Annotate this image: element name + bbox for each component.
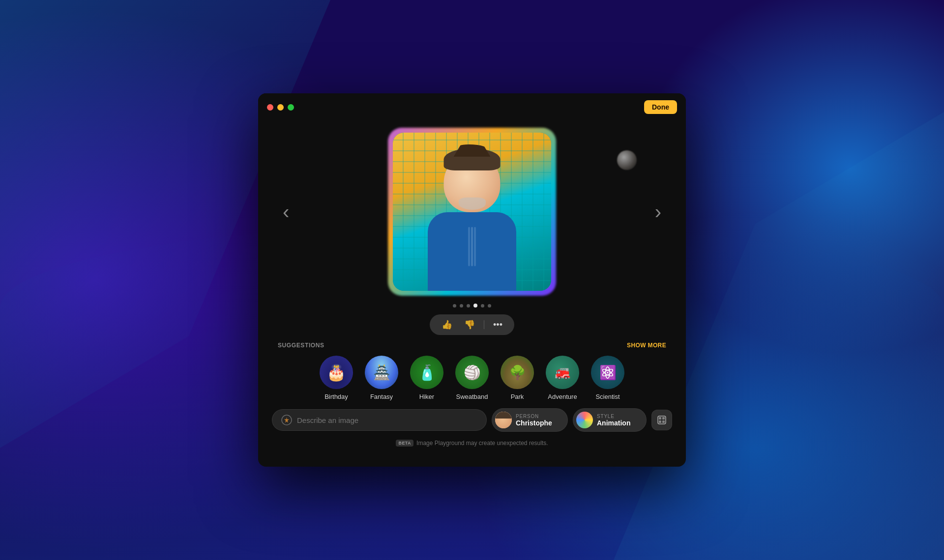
suggestion-label-sweatband: Sweatband [456,393,488,400]
suggestion-icon-fantasy: 🏯 [365,356,398,389]
svg-rect-4 [659,420,661,423]
svg-rect-2 [659,417,661,420]
main-image [393,133,551,291]
image-carousel: ‹ [258,126,686,298]
suggestions-grid: 🎂 Birthday 🏯 Fantasy 🧴 Hiker 🏐 Sweatband [278,356,666,400]
pagination-dots [453,304,491,308]
search-input-container[interactable] [272,409,487,431]
person-hair [444,148,501,170]
app-window: Done ‹ [258,93,686,467]
portrait-background [393,133,551,291]
suggestion-fantasy[interactable]: 🏯 Fantasy [362,356,401,400]
dot-3[interactable] [467,304,470,308]
gallery-button[interactable] [651,410,672,430]
suggestion-park[interactable]: 🌳 Park [498,356,537,400]
dot-1[interactable] [453,304,456,308]
close-button[interactable] [267,104,273,111]
suggestion-label-park: Park [511,393,524,400]
suggestions-label: SUGGESTIONS [278,342,324,349]
action-bar: 👍 👎 ••• [430,314,514,335]
title-bar: Done [258,93,686,121]
person-avatar [495,412,512,428]
main-image-wrapper [391,131,553,293]
action-separator [484,320,484,329]
minimize-button[interactable] [277,104,284,111]
dot-4[interactable] [473,304,477,308]
beta-badge: BETA [396,440,413,447]
suggestion-icon-scientist: ⚛️ [591,356,624,389]
suggestion-icon-hiker: 🧴 [410,356,443,389]
style-icon [576,412,593,428]
thumbs-up-button[interactable]: 👍 [437,317,457,332]
style-chip-label: STYLE [597,414,630,419]
suggestions-section: SUGGESTIONS SHOW MORE 🎂 Birthday 🏯 Fanta… [258,335,686,400]
thumbs-down-button[interactable]: 👎 [459,317,480,332]
suggestion-icon-birthday: 🎂 [320,356,353,389]
style-chip[interactable]: STYLE Animation [573,408,647,432]
portrait-person [418,153,526,291]
maximize-button[interactable] [288,104,294,111]
suggestion-scientist[interactable]: ⚛️ Scientist [588,356,627,400]
traffic-lights [267,104,294,111]
beta-text: Image Playground may create unexpected r… [416,440,548,447]
more-options-button[interactable]: ••• [488,318,507,332]
svg-rect-5 [662,420,665,423]
sparkle-icon [281,415,292,425]
suggestion-birthday[interactable]: 🎂 Birthday [317,356,356,400]
suggestion-label-birthday: Birthday [324,393,348,400]
bottom-bar: PERSON Christophe STYLE Animation [258,400,686,437]
main-content: ‹ [258,121,686,467]
suggestion-hiker[interactable]: 🧴 Hiker [407,356,446,400]
suggestion-adventure[interactable]: 🚒 Adventure [543,356,582,400]
done-button[interactable]: Done [644,100,677,114]
person-beard [459,197,486,210]
gallery-icon [657,415,667,425]
avatar-hair [495,412,512,419]
beta-notice: BETA Image Playground may create unexpec… [396,437,548,453]
suggestion-icon-adventure: 🚒 [546,356,579,389]
show-more-button[interactable]: SHOW MORE [627,342,666,349]
suggestions-header: SUGGESTIONS SHOW MORE [278,342,666,349]
suggestion-label-adventure: Adventure [548,393,577,400]
suggestion-sweatband[interactable]: 🏐 Sweatband [452,356,492,400]
dot-5[interactable] [481,304,484,308]
dot-2[interactable] [460,304,463,308]
suggestion-icon-sweatband: 🏐 [455,356,489,389]
suggestion-icon-park: 🌳 [501,356,534,389]
suggestion-label-hiker: Hiker [419,393,434,400]
svg-rect-3 [662,417,665,420]
avatar-face [495,412,512,428]
person-body [428,212,516,291]
suggestion-label-fantasy: Fantasy [370,393,393,400]
person-chip-text: PERSON Christophe [516,414,552,427]
prev-arrow[interactable]: ‹ [273,197,299,226]
suggestion-label-scientist: Scientist [595,393,620,400]
next-arrow[interactable]: › [645,197,671,226]
style-chip-text: STYLE Animation [597,414,630,427]
style-chip-value: Animation [597,419,630,427]
person-chip-label: PERSON [516,414,552,419]
dot-6[interactable] [488,304,491,308]
person-head [442,153,502,217]
person-chip[interactable]: PERSON Christophe [492,408,568,432]
person-chip-value: Christophe [516,419,552,427]
describe-input[interactable] [297,416,477,424]
